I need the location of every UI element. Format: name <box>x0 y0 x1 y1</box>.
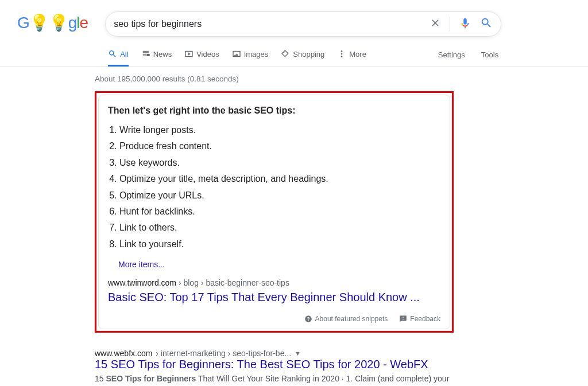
more-items-link[interactable]: More items... <box>118 260 165 269</box>
svg-point-2 <box>341 53 343 55</box>
featured-snippet-highlight: Then let's get right into the basic SEO … <box>95 91 454 333</box>
snippet-list: Write longer posts. Produce fresh conten… <box>119 124 440 251</box>
chevron-down-icon[interactable]: ▼ <box>295 350 301 357</box>
search-input[interactable] <box>114 19 430 29</box>
list-item: Hunt for backlinks. <box>119 205 440 218</box>
voice-search-icon[interactable] <box>459 17 471 32</box>
search-result: www.webfx.com › internet-marketing › seo… <box>95 349 454 386</box>
help-icon: ? <box>304 315 312 323</box>
search-box[interactable] <box>105 11 501 37</box>
feedback-icon <box>399 315 407 323</box>
svg-point-3 <box>341 56 343 57</box>
tools-link[interactable]: Tools <box>481 50 498 59</box>
tab-more[interactable]: More <box>337 49 366 67</box>
svg-text:?: ? <box>307 317 310 322</box>
snippet-heading: Then let's get right into the basic SEO … <box>108 106 440 116</box>
tab-news[interactable]: News <box>141 49 172 67</box>
snippet-title-link[interactable]: Basic SEO: Top 17 Tips That Every Beginn… <box>108 291 420 303</box>
result-title-link[interactable]: 15 SEO Tips for Beginners: The Best SEO … <box>95 358 428 371</box>
google-logo[interactable]: G💡💡gle <box>17 13 88 32</box>
svg-point-1 <box>341 50 343 52</box>
clear-icon[interactable] <box>430 17 441 31</box>
tab-videos[interactable]: Videos <box>184 49 219 67</box>
result-url: www.webfx.com › internet-marketing › seo… <box>95 349 454 358</box>
list-item: Use keywords. <box>119 157 440 169</box>
snippet-url: www.twinword.com › blog › basic-beginner… <box>108 278 440 287</box>
list-item: Optimize your title, meta description, a… <box>119 173 440 185</box>
settings-link[interactable]: Settings <box>438 50 465 59</box>
tabs-bar: All News Videos Images Shopping <box>108 49 504 67</box>
result-description: 15 SEO Tips for Beginners That Will Get … <box>95 373 454 386</box>
tab-images[interactable]: Images <box>232 49 269 67</box>
about-featured-snippets-link[interactable]: ? About featured snippets <box>304 315 388 323</box>
search-icon[interactable] <box>480 17 493 32</box>
list-item: Link to yourself. <box>119 238 440 251</box>
list-item: Link to others. <box>119 221 440 234</box>
list-item: Produce fresh content. <box>119 140 440 153</box>
result-stats: About 195,000,000 results (0.81 seconds) <box>95 75 454 83</box>
feedback-link[interactable]: Feedback <box>399 315 440 323</box>
list-item: Write longer posts. <box>119 124 440 137</box>
tab-all[interactable]: All <box>108 49 128 67</box>
featured-snippet: Then let's get right into the basic SEO … <box>98 95 450 329</box>
list-item: Optimize your URLs. <box>119 189 440 202</box>
svg-point-0 <box>284 52 285 53</box>
tab-shopping[interactable]: Shopping <box>281 49 324 67</box>
